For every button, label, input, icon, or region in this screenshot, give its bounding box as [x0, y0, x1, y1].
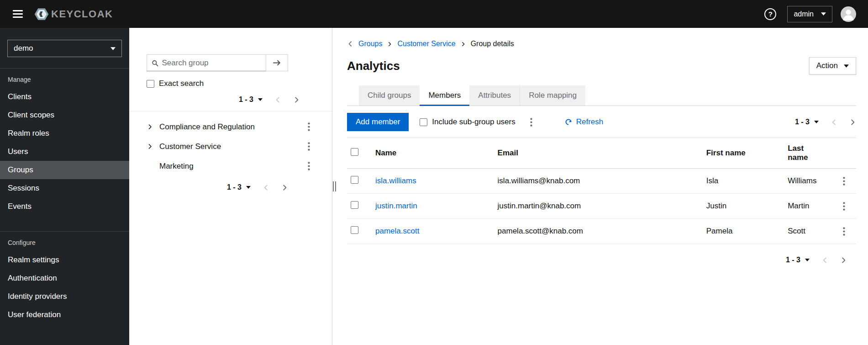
user-name: admin [794, 10, 814, 18]
group-name[interactable]: Marketing [159, 162, 302, 171]
sidebar-item-events[interactable]: Events [0, 197, 129, 216]
breadcrumb-link-groups[interactable]: Groups [358, 40, 382, 48]
add-member-button[interactable]: Add member [347, 113, 409, 131]
refresh-label: Refresh [576, 117, 604, 127]
select-all-checkbox[interactable] [351, 148, 358, 156]
kebab-menu-button[interactable] [302, 159, 316, 173]
pagination-next-button[interactable] [840, 257, 847, 264]
sidebar-nav: demo Manage Clients Client scopes Realm … [0, 28, 129, 345]
table-row: justin.martin justin.martin@knab.com Jus… [347, 194, 856, 219]
groups-pagination-bottom: 1 - 3 [141, 183, 320, 191]
pagination-menu-toggle[interactable]: 1 - 3 [786, 256, 810, 264]
toolbar-kebab-button[interactable] [526, 115, 537, 129]
action-dropdown-button[interactable]: Action [809, 57, 856, 74]
sidebar-item-sessions[interactable]: Sessions [0, 179, 129, 197]
caret-down-icon [110, 47, 116, 50]
angle-right-icon [849, 119, 856, 126]
sidebar-item-realm-settings[interactable]: Realm settings [0, 251, 129, 269]
pagination-prev-button[interactable] [831, 119, 837, 126]
chevron-right-icon [387, 42, 392, 47]
pagination-range: 1 - 3 [239, 96, 253, 104]
sidebar-item-user-federation[interactable]: User federation [0, 306, 129, 324]
expand-chevron-button[interactable] [143, 120, 157, 134]
group-name[interactable]: Compliance and Regulation [159, 122, 302, 132]
nav-section-configure: Configure Realm settings Authentication … [0, 231, 129, 324]
action-dropdown-label: Action [816, 61, 838, 70]
kebab-icon [530, 118, 532, 127]
group-name[interactable]: Customer Service [159, 142, 302, 151]
row-kebab-button[interactable] [837, 224, 851, 238]
member-last-name: Scott [788, 227, 805, 235]
caret-down-icon [246, 186, 251, 189]
pagination-next-button[interactable] [293, 96, 300, 103]
exact-search-option[interactable]: Exact search [147, 79, 320, 88]
help-icon: ? [764, 8, 776, 20]
column-header-email: Email [492, 138, 701, 169]
member-username-link[interactable]: pamela.scott [375, 227, 419, 235]
column-header-last-name: Last name [782, 138, 831, 169]
breadcrumb-back-button[interactable] [347, 41, 353, 47]
expand-chevron-button[interactable] [143, 140, 157, 154]
kebab-menu-button[interactable] [302, 120, 316, 134]
include-subgroup-checkbox[interactable] [420, 118, 427, 126]
pagination-menu-toggle[interactable]: 1 - 3 [239, 96, 263, 104]
nav-section-manage: Manage Clients Client scopes Realm roles… [0, 68, 129, 216]
realm-selector[interactable]: demo [7, 40, 122, 57]
groups-panel: Exact search 1 - 3 Compliance and Regula… [129, 28, 332, 345]
member-username-link[interactable]: justin.martin [375, 202, 417, 210]
tab-role-mapping[interactable]: Role mapping [520, 85, 585, 106]
avatar[interactable] [841, 6, 856, 22]
pagination-next-button[interactable] [281, 184, 288, 191]
group-search-input[interactable] [162, 58, 262, 68]
pagination-prev-button[interactable] [821, 257, 828, 264]
realm-name: demo [14, 44, 33, 53]
pagination-prev-button[interactable] [274, 96, 281, 103]
row-kebab-button[interactable] [837, 199, 851, 213]
sidebar-item-realm-roles[interactable]: Realm roles [0, 124, 129, 143]
hamburger-icon [13, 10, 23, 18]
sidebar-item-users[interactable]: Users [0, 143, 129, 161]
members-table: Name Email First name Last name isla.wil… [347, 138, 856, 244]
sidebar-item-clients[interactable]: Clients [0, 88, 129, 106]
member-username-link[interactable]: isla.williams [375, 176, 416, 185]
user-menu-toggle[interactable]: admin [787, 6, 832, 22]
column-header-first-name: First name [701, 138, 782, 169]
members-pagination-bottom: 1 - 3 [347, 256, 856, 264]
include-subgroup-label: Include sub-group users [432, 117, 515, 127]
column-header-actions [831, 138, 856, 169]
sidebar-item-authentication[interactable]: Authentication [0, 269, 129, 287]
row-checkbox[interactable] [351, 176, 358, 184]
tab-child-groups[interactable]: Child groups [359, 85, 420, 106]
member-first-name: Pamela [706, 227, 733, 235]
kebab-menu-button[interactable] [302, 140, 316, 154]
main-content: Groups Customer Service Group details An… [336, 28, 868, 345]
row-kebab-button[interactable] [837, 174, 851, 188]
pagination-menu-toggle[interactable]: 1 - 3 [227, 183, 251, 191]
breadcrumb-link-customer-service[interactable]: Customer Service [397, 40, 455, 48]
search-submit-button[interactable] [266, 54, 288, 71]
exact-search-checkbox[interactable] [147, 80, 154, 88]
row-checkbox[interactable] [351, 201, 358, 209]
sidebar-toggle-button[interactable] [7, 5, 28, 22]
caret-down-icon [821, 12, 826, 16]
angle-left-icon [274, 96, 281, 103]
tab-members[interactable]: Members [420, 85, 469, 106]
kebab-icon [308, 142, 310, 151]
grip-icon [333, 181, 336, 191]
help-button[interactable]: ? [764, 8, 776, 20]
kebab-icon [843, 202, 845, 211]
tab-attributes[interactable]: Attributes [469, 85, 520, 106]
sidebar-item-groups[interactable]: Groups [0, 161, 129, 179]
keycloak-logo[interactable]: KEYCLOAK [34, 6, 113, 22]
include-subgroup-option[interactable]: Include sub-group users [420, 117, 515, 127]
kebab-icon [308, 122, 310, 131]
angle-left-icon [821, 257, 828, 264]
pagination-next-button[interactable] [849, 119, 856, 126]
pagination-menu-toggle[interactable]: 1 - 3 [795, 118, 819, 126]
pagination-prev-button[interactable] [263, 184, 269, 191]
refresh-button[interactable]: Refresh [565, 117, 604, 127]
panel-resize-handle[interactable] [332, 28, 336, 345]
sidebar-item-identity-providers[interactable]: Identity providers [0, 287, 129, 306]
sidebar-item-client-scopes[interactable]: Client scopes [0, 106, 129, 124]
row-checkbox[interactable] [351, 226, 358, 234]
